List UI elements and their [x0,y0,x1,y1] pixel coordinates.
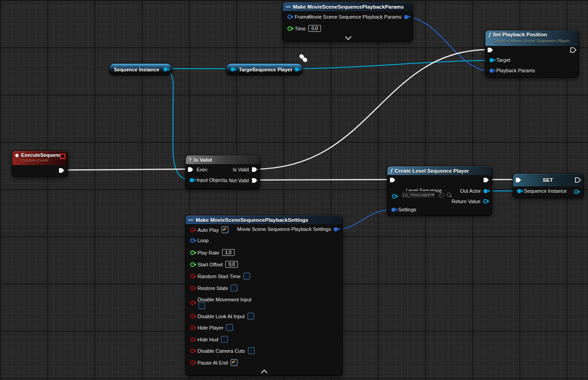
auto-play-pin[interactable] [190,228,195,232]
node-execute-sequence-event[interactable]: ◈ ExecuteSequence Custom Event [12,150,68,177]
is-not-valid-exec-out-pin[interactable] [251,177,258,184]
node-create-level-sequence-player[interactable]: ƒ Create Level Sequence Player Level Seq… [387,166,492,216]
disable-camera-cuts-pin[interactable] [190,349,195,353]
loop-pin[interactable] [190,238,195,243]
disable-camera-cuts-checkbox[interactable] [248,347,255,354]
disable-movement-input-checkbox[interactable] [198,302,205,309]
node-get-sequence-player[interactable]: Target Sequence Player [226,63,303,75]
exec-out-pin[interactable] [574,177,582,183]
sequence-player-output-pin[interactable] [295,67,299,71]
blueprint-graph-canvas[interactable]: { "colors":{ "exec_wire":"#f2f2f2","obje… [0,0,588,380]
event-bind-icon[interactable] [60,154,65,159]
node-title-bar[interactable]: ? Is Valid [186,155,260,164]
time-pin[interactable] [287,26,292,31]
frame-pin-label: Frame [295,14,309,20]
disable-movement-input-pin[interactable] [190,300,195,305]
pause-at-end-pin[interactable] [190,360,195,365]
start-offset-label: Start Offset [198,262,222,267]
sequence-instance-output-pin[interactable] [163,67,168,71]
hide-player-checkbox[interactable] [226,324,233,331]
event-icon: ◈ [15,152,19,158]
disable-look-at-input-label: Disable Look At Input [198,314,245,319]
settings-pin[interactable] [391,208,395,212]
variable-label: Sequence Instance [114,67,159,72]
expand-chevron-icon[interactable] [345,34,351,40]
exec-out-pin[interactable] [483,177,490,183]
out-actor-pin[interactable] [484,189,488,193]
browse-asset-icon[interactable] [447,193,451,197]
play-rate-input[interactable]: 1,0 [222,249,235,256]
auto-play-checkbox[interactable] [222,226,228,233]
node-make-playback-params[interactable]: ≔ Make MovieSceneSequencePlaybackParams … [282,2,413,42]
is-valid-exec-out-pin[interactable] [251,166,258,173]
exec-out-pin[interactable] [570,47,577,53]
hide-hud-checkbox[interactable] [221,336,228,343]
node-title: Set Playback Position [493,32,569,38]
settings-output-pin[interactable] [334,227,338,231]
playback-params-pin[interactable] [489,69,494,73]
set-value-pin[interactable] [517,189,521,193]
start-offset-input[interactable]: 0,0 [225,261,238,268]
hide-player-label: Hide Player [198,325,223,330]
input-object-pin[interactable] [190,178,194,182]
collapse-chevron-icon[interactable] [261,370,267,376]
target-label: Target [239,67,254,72]
exec-out-pin[interactable] [58,167,65,174]
sequence-player-label: Sequence Player [252,67,292,72]
set-value-label: Sequence Instance [524,188,567,194]
exec-in-pin[interactable] [389,177,396,183]
pause-at-end-checkbox[interactable] [231,359,237,366]
node-make-playback-settings[interactable]: ≔ Make MovieSceneSequencePlaybackSetting… [185,215,343,376]
return-value-label: Return Value [452,199,480,204]
hide-hud-label: Hide Hud [198,337,218,342]
node-get-sequence-instance[interactable]: Sequence Instance [109,63,172,75]
target-pin[interactable] [489,58,494,62]
disable-look-at-input-pin[interactable] [190,314,195,319]
level-sequence-pin[interactable] [392,194,396,199]
random-start-time-label: Random Start Time [198,274,241,279]
out-actor-label: Out Actor [460,188,481,194]
restore-state-checkbox[interactable] [231,285,237,291]
node-title-bar[interactable]: ƒ Set Playback Position Target is Movie … [485,30,578,46]
disable-look-at-input-checkbox[interactable] [247,313,254,320]
node-title-bar[interactable]: ◈ ExecuteSequence Custom Event [12,151,68,165]
exec-in-pin[interactable] [487,47,494,53]
node-set-playback-position[interactable]: ƒ Set Playback Position Target is Movie … [485,30,579,78]
start-offset-pin[interactable] [190,262,195,267]
use-selected-icon[interactable] [439,192,444,198]
target-input-pin[interactable] [231,67,235,71]
set-output-pin[interactable] [574,190,578,194]
hide-hud-pin[interactable] [190,337,195,342]
pause-at-end-label: Pause At End [198,360,228,365]
node-title-bar[interactable]: SET [513,174,583,186]
exec-in-pin[interactable] [187,166,194,173]
node-title-bar[interactable]: ƒ Create Level Sequence Player [387,166,492,175]
exec-in-pin[interactable] [515,177,522,183]
node-title-bar[interactable]: ≔ Make MovieSceneSequencePlaybackSetting… [186,215,342,224]
node-is-valid[interactable]: ? Is Valid Exec Is Valid Input Object Is… [185,155,260,189]
play-rate-label: Play Rate [198,250,219,255]
node-title-bar[interactable]: ≔ Make MovieSceneSequencePlaybackParams [283,2,413,11]
random-start-time-checkbox[interactable] [243,273,250,280]
node-title: Create Level Sequence Player [395,168,469,174]
wire-settings-to-create-player[interactable] [335,210,393,230]
playback-params-output-pin[interactable] [404,15,408,19]
wire-sequence-player-to-target[interactable] [295,60,491,69]
restore-state-label: Restore State [198,285,228,291]
function-icon: ƒ [390,168,392,174]
frame-pin[interactable] [287,15,292,19]
node-subtitle: Target is Movie Scene Sequence Player [493,38,569,44]
time-value-input[interactable]: 0,0 [308,25,321,32]
return-value-pin[interactable] [483,199,488,204]
level-sequence-dropdown[interactable]: LS_TimecodePr [400,191,436,199]
wire-exec-event-to-isvalid[interactable] [61,169,190,170]
hide-player-pin[interactable] [190,325,195,330]
play-rate-pin[interactable] [190,250,195,255]
node-set-sequence-instance[interactable]: SET Sequence Instance [513,173,584,198]
random-start-time-pin[interactable] [190,274,195,279]
disable-movement-input-label: Disable Movement Input [198,297,252,302]
wire-exec-isnotvalid-to-create[interactable] [255,180,392,180]
is-valid-out-label: Is Valid [233,167,249,172]
restore-state-pin[interactable] [190,286,195,290]
settings-output-label: Movie Scene Sequence Playback Settings [237,226,331,232]
